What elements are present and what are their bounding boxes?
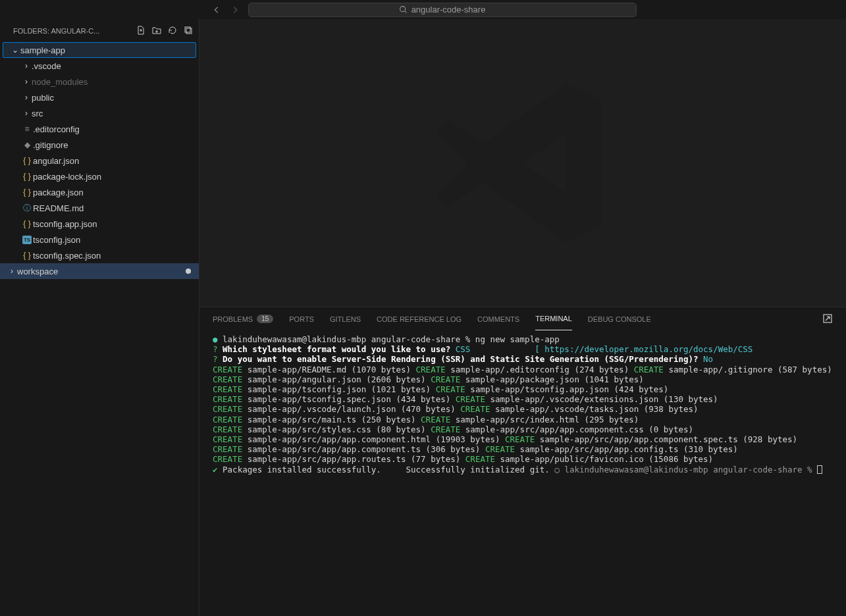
tree-file[interactable]: ≡.editorconfig xyxy=(0,121,199,137)
panel-tab-terminal[interactable]: TERMINAL xyxy=(535,307,572,330)
svg-rect-1 xyxy=(185,27,190,32)
tree-file[interactable]: { }tsconfig.spec.json xyxy=(0,247,199,263)
refresh-icon[interactable] xyxy=(167,25,178,37)
tree-file[interactable]: { }package.json xyxy=(0,184,199,200)
explorer-sidebar: FOLDERS: ANGULAR-C... ⌄ sample-app ›.vsc… xyxy=(0,19,199,616)
new-folder-icon[interactable] xyxy=(151,25,162,37)
tree-file[interactable]: ◆.gitignore xyxy=(0,137,199,153)
tree-file[interactable]: ⓘREADME.md xyxy=(0,200,199,216)
chevron-right-icon: › xyxy=(7,267,17,276)
file-tree: ⌄ sample-app ›.vscode›node_modules›publi… xyxy=(0,42,199,616)
chevron-right-icon: › xyxy=(21,109,32,118)
explorer-title: FOLDERS: ANGULAR-C... xyxy=(13,27,99,35)
bottom-panel: PROBLEMS15PORTSGITLENSCODE REFERENCE LOG… xyxy=(199,307,846,616)
badge: 15 xyxy=(257,315,273,323)
svg-point-0 xyxy=(400,7,405,12)
collapse-icon[interactable] xyxy=(183,25,194,37)
terminal-output[interactable]: ● lakinduhewawasam@lakindus-mbp angular-… xyxy=(199,330,846,616)
command-center[interactable]: angular-code-share xyxy=(248,3,637,17)
tree-workspace[interactable]: › workspace xyxy=(0,263,199,279)
tree-folder[interactable]: ›src xyxy=(0,105,199,121)
tree-folder[interactable]: ›.vscode xyxy=(0,58,199,74)
panel-tabs: PROBLEMS15PORTSGITLENSCODE REFERENCE LOG… xyxy=(199,307,846,330)
new-file-icon[interactable] xyxy=(136,25,146,37)
tree-root[interactable]: ⌄ sample-app xyxy=(3,42,196,58)
chevron-right-icon: › xyxy=(21,77,32,86)
maximize-panel-icon[interactable] xyxy=(822,313,833,325)
tree-file[interactable]: { }angular.json xyxy=(0,153,199,168)
tree-file[interactable]: { }package-lock.json xyxy=(0,168,199,184)
tree-file[interactable]: { }tsconfig.app.json xyxy=(0,216,199,232)
panel-tab-problems[interactable]: PROBLEMS15 xyxy=(213,307,273,330)
panel-tab-comments[interactable]: COMMENTS xyxy=(477,307,519,330)
chevron-right-icon: › xyxy=(21,93,32,102)
nav-forward-icon[interactable] xyxy=(228,3,242,16)
search-text: angular-code-share xyxy=(411,5,486,14)
vscode-logo-icon xyxy=(424,64,621,262)
nav-back-icon[interactable] xyxy=(210,3,223,16)
tree-file[interactable]: TStsconfig.json xyxy=(0,232,199,247)
modified-indicator xyxy=(186,269,191,274)
panel-tab-code-reference-log[interactable]: CODE REFERENCE LOG xyxy=(377,307,462,330)
chevron-right-icon: › xyxy=(21,61,32,70)
panel-tab-ports[interactable]: PORTS xyxy=(289,307,314,330)
panel-tab-gitlens[interactable]: GITLENS xyxy=(330,307,361,330)
search-icon xyxy=(399,5,408,14)
tree-folder[interactable]: ›node_modules xyxy=(0,74,199,90)
editor-watermark xyxy=(199,19,846,307)
chevron-down-icon: ⌄ xyxy=(10,45,20,55)
tree-folder[interactable]: ›public xyxy=(0,90,199,105)
panel-tab-debug-console[interactable]: DEBUG CONSOLE xyxy=(588,307,651,330)
svg-rect-2 xyxy=(186,28,192,34)
titlebar: angular-code-share xyxy=(0,0,846,19)
